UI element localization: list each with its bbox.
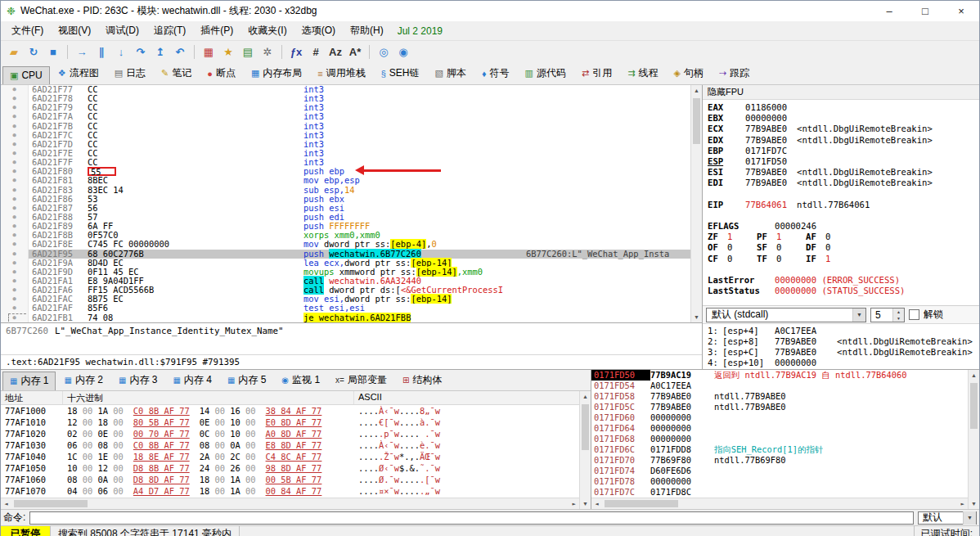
breakpoint-gutter-dot[interactable]: ● xyxy=(1,131,29,140)
disasm-row[interactable]: ●6AD21F8EC745 FC 00000000mov dword ptr s… xyxy=(1,240,690,249)
dump-horizontal-scrollbar[interactable]: ◄ ► xyxy=(1,498,579,509)
scroll-up-icon[interactable]: ▲ xyxy=(691,85,702,96)
tab-dump5[interactable]: ▦内存 5 xyxy=(220,371,273,390)
breakpoint-gutter-dot[interactable]: ● xyxy=(1,213,29,222)
stack-panel[interactable]: 0171FD5077B9AC19返回到 ntdll.77B9AC19 自 ntd… xyxy=(591,370,979,509)
favourites-icon[interactable]: ★ xyxy=(219,43,237,61)
disasm-row[interactable]: ●6AD21F8756push esi xyxy=(1,204,690,213)
tab-handles[interactable]: ◈句柄 xyxy=(666,63,710,84)
register-row[interactable]: ECX77B9ABE0<ntdll.DbgUiRemoteBreakin> xyxy=(708,124,974,134)
register-row[interactable]: EDI77B9ABE0<ntdll.DbgUiRemoteBreakin> xyxy=(708,178,974,188)
assembler-icon[interactable]: Az xyxy=(326,43,344,61)
breakpoint-gutter-dot[interactable]: ● xyxy=(1,186,29,195)
breakpoint-gutter-dot[interactable]: ● xyxy=(1,149,29,158)
open-file-icon[interactable]: ▰ xyxy=(5,43,23,61)
scroll-down-icon[interactable]: ▼ xyxy=(969,498,979,509)
spinner-arrows[interactable]: ▲▼ xyxy=(892,309,904,322)
disasm-row[interactable]: ●6AD21FAF85F6test esi,esi xyxy=(1,304,690,313)
breakpoint-gutter-dot[interactable]: ● xyxy=(1,85,29,94)
breakpoint-gutter-dot[interactable]: ● xyxy=(1,268,29,277)
tab-dump2[interactable]: ▦内存 2 xyxy=(56,371,110,390)
dump-view[interactable]: 地址 十六进制 ASCII 77AF100018 00 1A 00C0 8B A… xyxy=(1,391,591,509)
patches-icon[interactable]: ▦ xyxy=(200,43,218,61)
tab-symbols[interactable]: ♦符号 xyxy=(474,63,517,84)
breakpoint-gutter-dot[interactable]: ● xyxy=(1,167,29,176)
breakpoint-gutter-dot[interactable]: ● xyxy=(1,103,29,112)
dump-row[interactable]: 77AF10401C 00 1E 0018 8E AF 772A 00 2C 0… xyxy=(1,451,579,462)
scrollbar-thumb[interactable] xyxy=(693,98,700,144)
find-strings-icon[interactable]: A* xyxy=(346,43,364,61)
breakpoint-gutter-dot[interactable]: ● xyxy=(1,304,29,313)
breakpoint-gutter-dot[interactable]: ● xyxy=(1,295,29,304)
register-row[interactable] xyxy=(708,296,974,305)
register-row[interactable]: EAX01186000 xyxy=(708,102,974,113)
breakpoint-gutter-dot[interactable]: ● xyxy=(1,140,29,149)
breakpoint-gutter-dot[interactable]: ● xyxy=(1,240,29,249)
command-profile-select[interactable]: 默认 ▼ xyxy=(918,511,977,525)
tab-struct[interactable]: ⊞结构体 xyxy=(395,371,449,390)
stack-row[interactable]: 0171FD5077B9AC19返回到 ntdll.77B9AC19 自 ntd… xyxy=(591,370,968,381)
arg-count-spinner[interactable]: 5 ▲▼ xyxy=(870,308,905,322)
tab-seh[interactable]: §SEH链 xyxy=(374,63,427,84)
stack-row[interactable]: 0171FD6800000000 xyxy=(591,434,968,444)
scroll-right-icon[interactable]: ► xyxy=(569,498,579,509)
tab-notes[interactable]: ✎笔记 xyxy=(154,63,199,84)
disasm-row[interactable]: ●6AD21F7DCCint3 xyxy=(1,140,690,149)
tab-dump4[interactable]: ▦内存 4 xyxy=(165,371,218,390)
disasm-row[interactable]: ●6AD21F8653push ebx xyxy=(1,195,690,204)
disasm-row[interactable]: ●6AD21F7CCCint3 xyxy=(1,131,690,140)
tab-memory-map[interactable]: ▦内存布局 xyxy=(244,63,309,84)
stack-row[interactable]: 0171FD74D60FE6D6 xyxy=(591,466,968,476)
check-updates-icon[interactable]: ◉ xyxy=(394,43,412,61)
stack-row[interactable]: 0171FD54A0C17EEA xyxy=(591,381,968,391)
step-back-icon[interactable]: ↶ xyxy=(171,43,189,61)
scroll-up-icon[interactable]: ▲ xyxy=(969,370,979,381)
dump-row[interactable]: 77AF102002 00 0E 0000 70 AF 770C 00 10 0… xyxy=(1,428,579,439)
disasm-row[interactable]: ●6AD21F7FCCint3 xyxy=(1,158,690,167)
register-row[interactable] xyxy=(708,189,974,200)
scroll-up-icon[interactable]: ▲ xyxy=(580,391,591,402)
breakpoint-gutter-dot[interactable]: ● xyxy=(1,231,29,240)
minimize-button[interactable]: – xyxy=(871,1,907,21)
register-row[interactable]: EBP0171FD7C xyxy=(708,146,974,156)
disasm-row[interactable]: ●6AD21F77CCint3 xyxy=(1,85,690,94)
register-row[interactable]: ZF1PF1AF0 xyxy=(708,232,974,242)
menu-item[interactable]: 选项(O) xyxy=(294,21,343,40)
register-row[interactable]: ESP0171FD50 xyxy=(708,156,974,167)
calling-convention-select[interactable]: 默认 (stdcall) ▼ xyxy=(706,308,866,322)
register-row[interactable] xyxy=(708,264,974,275)
step-over-icon[interactable]: ↷ xyxy=(132,43,150,61)
execute-till-return-icon[interactable]: ↥ xyxy=(151,43,169,61)
breakpoint-gutter-dot[interactable]: ● xyxy=(1,250,29,259)
tab-references[interactable]: ⇄引用 xyxy=(574,63,619,84)
scrollbar-thumb[interactable] xyxy=(970,383,978,429)
register-row[interactable]: CF0TF0IF1 xyxy=(708,254,974,264)
dump-row[interactable]: 77AF105010 00 12 00D8 8B AF 7724 00 26 0… xyxy=(1,462,579,474)
stack-row[interactable]: 0171FD7800000000 xyxy=(591,476,968,487)
breakpoint-gutter-dot[interactable]: ● xyxy=(1,204,29,213)
menu-item[interactable]: 插件(P) xyxy=(193,21,241,40)
register-row[interactable]: EIP77B64061ntdll.77B64061 xyxy=(708,200,974,210)
breakpoint-gutter-dot[interactable]: ● xyxy=(1,112,29,121)
disasm-row[interactable]: ●6AD21F8383EC 14sub esp,14 xyxy=(1,186,690,195)
tab-trace[interactable]: ⇢跟踪 xyxy=(712,63,757,84)
argument-row[interactable]: 4:[esp+10]00000000 xyxy=(708,358,974,368)
register-row[interactable]: ESI77B9ABE0<ntdll.DbgUiRemoteBreakin> xyxy=(708,167,974,178)
stack-row[interactable]: 0171FD5877B9ABE0ntdll.77B9ABE0 xyxy=(591,391,968,402)
menu-item[interactable]: 追踪(T) xyxy=(146,21,193,40)
stop-icon[interactable]: ■ xyxy=(44,43,62,61)
dump-row[interactable]: 77AF106008 00 0A 00D8 8D AF 7718 00 1A 0… xyxy=(1,474,579,485)
disasm-row[interactable]: ●6AD21F78CCint3 xyxy=(1,94,690,103)
scrollbar-thumb[interactable] xyxy=(582,404,589,450)
scroll-down-icon[interactable]: ▼ xyxy=(580,498,591,509)
pause-icon[interactable]: ∥ xyxy=(92,43,110,61)
tab-graph[interactable]: ❖流程图 xyxy=(51,63,106,84)
register-row[interactable]: OF0SF0DF0 xyxy=(708,242,974,253)
run-icon[interactable]: → xyxy=(73,43,91,61)
tab-call-stack[interactable]: ≡调用堆栈 xyxy=(310,63,372,84)
tab-watch1[interactable]: ◉监视 1 xyxy=(274,371,327,390)
step-into-icon[interactable]: ↓ xyxy=(112,43,130,61)
stack-row[interactable]: 0171FD6400000000 xyxy=(591,423,968,434)
menu-item[interactable]: 调试(D) xyxy=(98,21,146,40)
register-row[interactable]: LastError00000000 (ERROR_SUCCESS) xyxy=(708,275,974,286)
